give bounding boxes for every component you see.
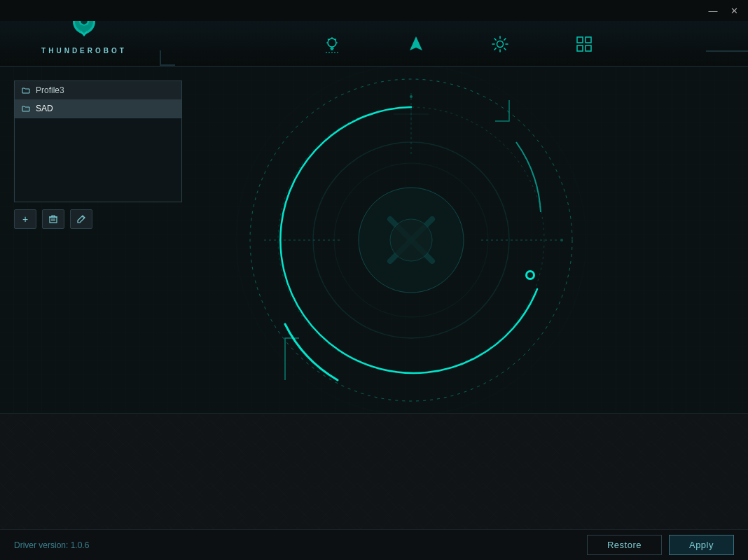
profile-list: Profile3 SAD <box>14 80 182 118</box>
add-profile-button[interactable]: + <box>14 209 36 229</box>
settings-icon <box>490 34 511 55</box>
svg-point-1 <box>328 38 336 47</box>
svg-point-27 <box>410 95 413 98</box>
edit-profile-button[interactable] <box>70 209 92 229</box>
main-content: Profile3 SAD + <box>0 66 748 413</box>
nav-performance-button[interactable] <box>406 34 427 55</box>
restore-button[interactable]: Restore <box>587 535 662 555</box>
svg-rect-5 <box>577 37 583 43</box>
driver-version: Driver version: 1.0.6 <box>14 540 89 550</box>
close-button[interactable]: ✕ <box>724 3 744 18</box>
sidebar: Profile3 SAD + <box>14 80 182 229</box>
lighting-icon <box>321 34 342 55</box>
nav-grid-button[interactable] <box>574 34 595 55</box>
visualizer-svg <box>229 66 593 413</box>
footer-actions: Restore Apply <box>587 535 734 555</box>
edit-icon <box>76 214 86 224</box>
nav-settings-button[interactable] <box>490 34 511 55</box>
trash-icon <box>48 214 58 224</box>
profile-actions: + <box>14 209 182 229</box>
folder-icon <box>22 86 30 94</box>
titlebar: — ✕ <box>0 0 748 21</box>
nav-icons <box>168 34 748 57</box>
visualizer <box>229 66 593 413</box>
logo-text: THUNDEROBOT <box>41 47 127 55</box>
svg-rect-8 <box>586 46 591 51</box>
svg-point-23 <box>527 272 533 278</box>
svg-point-21 <box>390 219 432 261</box>
svg-rect-7 <box>577 46 583 51</box>
svg-point-4 <box>497 41 504 48</box>
svg-point-28 <box>560 239 563 241</box>
svg-rect-6 <box>586 37 591 43</box>
profile-empty-area <box>14 118 182 202</box>
delete-profile-button[interactable] <box>42 209 64 229</box>
profile-item[interactable]: Profile3 <box>15 81 181 99</box>
folder-icon <box>22 104 30 113</box>
footer: Driver version: 1.0.6 Restore Apply <box>0 529 748 560</box>
nav-lighting-button[interactable] <box>321 34 342 55</box>
profile-item-sad[interactable]: SAD <box>15 99 181 118</box>
svg-marker-3 <box>410 36 422 50</box>
grid-icon <box>574 34 595 55</box>
apply-button[interactable]: Apply <box>669 535 734 555</box>
titlebar-controls: — ✕ <box>703 3 748 18</box>
minimize-button[interactable]: — <box>703 3 723 18</box>
performance-icon <box>406 34 427 55</box>
